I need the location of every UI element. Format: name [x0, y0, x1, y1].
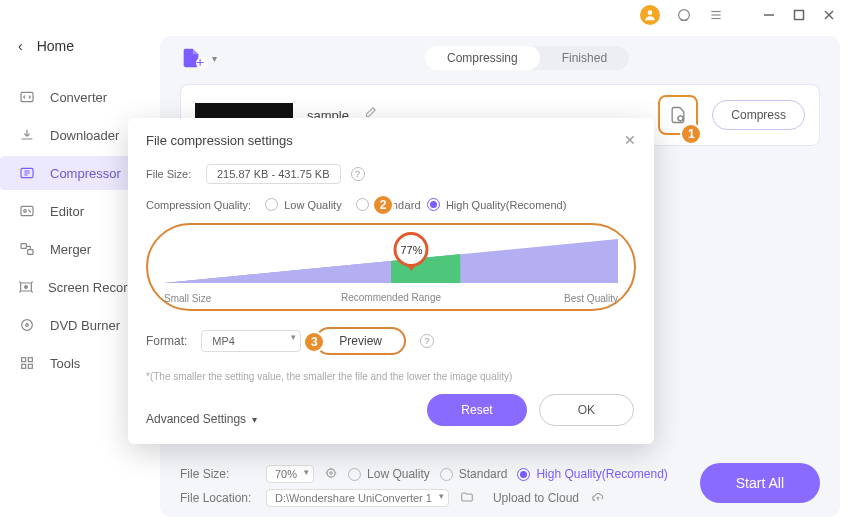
screen-recorder-icon — [18, 279, 34, 295]
bottom-location-label: File Location: — [180, 491, 256, 505]
svg-point-16 — [25, 286, 28, 289]
maximize-button[interactable] — [792, 8, 806, 22]
svg-point-0 — [648, 10, 653, 15]
file-settings-button[interactable]: 1 — [658, 95, 698, 135]
svg-rect-6 — [795, 11, 804, 20]
hint-text: *(The smaller the setting value, the sma… — [146, 371, 636, 382]
format-select[interactable]: MP4 — [201, 330, 301, 352]
start-all-button[interactable]: Start All — [700, 463, 820, 503]
quality-low[interactable]: Low Quality — [265, 198, 341, 211]
compress-button[interactable]: Compress — [712, 100, 805, 130]
bottom-quality-high[interactable]: High Quality(Recomend) — [517, 467, 667, 481]
file-size-label: File Size: — [146, 168, 196, 180]
svg-rect-11 — [21, 206, 33, 215]
info-icon[interactable]: ? — [420, 334, 434, 348]
sidebar-item-label: Editor — [50, 204, 84, 219]
svg-point-24 — [327, 468, 335, 476]
svg-marker-30 — [164, 261, 391, 283]
quality-high[interactable]: High Quality(Recomend) — [427, 198, 566, 211]
slider-thumb[interactable]: 77% — [394, 232, 429, 267]
minimize-button[interactable] — [762, 8, 776, 22]
topbar: + ▾ Compressing Finished — [160, 36, 840, 80]
cloud-icon[interactable] — [589, 490, 607, 507]
svg-rect-20 — [28, 358, 32, 362]
svg-rect-19 — [22, 358, 26, 362]
chevron-down-icon: ▾ — [252, 414, 257, 425]
home-label: Home — [37, 38, 74, 54]
quality-slider[interactable]: 77% Small Size Best Quality Recommended … — [146, 223, 636, 311]
bottom-quality-low[interactable]: Low Quality — [348, 467, 430, 481]
tab-compressing[interactable]: Compressing — [425, 46, 540, 70]
back-home[interactable]: ‹ Home — [0, 30, 152, 62]
editor-icon — [18, 203, 36, 219]
sidebar-item-label: DVD Burner — [50, 318, 120, 333]
bottom-quality-standard[interactable]: Standard — [440, 467, 508, 481]
tab-finished[interactable]: Finished — [540, 46, 629, 70]
sidebar-item-label: Downloader — [50, 128, 119, 143]
svg-rect-22 — [28, 364, 32, 368]
svg-rect-21 — [22, 364, 26, 368]
sidebar-item-label: Compressor — [50, 166, 121, 181]
window-titlebar — [626, 0, 850, 30]
compressor-icon — [18, 165, 36, 181]
converter-icon — [18, 89, 36, 105]
target-icon[interactable] — [324, 466, 338, 483]
close-button[interactable] — [822, 8, 836, 22]
user-avatar[interactable] — [640, 5, 660, 25]
chevron-down-icon: ▾ — [212, 53, 217, 64]
tools-icon — [18, 355, 36, 371]
svg-rect-9 — [21, 92, 33, 101]
tabs: Compressing Finished — [425, 46, 629, 70]
downloader-icon — [18, 127, 36, 143]
preview-button[interactable]: Preview — [315, 327, 406, 355]
svg-rect-14 — [28, 250, 33, 255]
modal-close-button[interactable]: ✕ — [624, 132, 636, 148]
svg-point-18 — [26, 324, 29, 327]
sidebar-item-label: Tools — [50, 356, 80, 371]
reset-button[interactable]: Reset — [427, 394, 526, 426]
support-icon[interactable] — [676, 7, 692, 23]
compression-settings-modal: File compression settings ✕ File Size: 2… — [128, 118, 654, 444]
chevron-left-icon: ‹ — [18, 38, 23, 54]
ok-button[interactable]: OK — [539, 394, 634, 426]
open-folder-icon[interactable] — [459, 490, 475, 507]
file-size-value[interactable]: 215.87 KB - 431.75 KB — [206, 164, 341, 184]
step-badge-1: 1 — [680, 123, 702, 145]
merger-icon — [18, 241, 36, 257]
dvd-burner-icon — [18, 317, 36, 333]
info-icon[interactable]: ? — [351, 167, 365, 181]
svg-point-12 — [24, 210, 27, 213]
svg-point-25 — [330, 471, 332, 473]
svg-point-1 — [679, 10, 690, 21]
quality-label: Compression Quality: — [146, 199, 251, 211]
bottom-file-size-select[interactable]: 70% — [266, 465, 314, 483]
svg-point-23 — [678, 116, 683, 121]
upload-cloud-label: Upload to Cloud — [493, 491, 579, 505]
sidebar-item-label: Converter — [50, 90, 107, 105]
bottom-file-size-label: File Size: — [180, 467, 256, 481]
menu-icon[interactable] — [708, 7, 724, 23]
step-badge-2: 2 — [372, 194, 394, 216]
modal-title: File compression settings — [146, 133, 293, 148]
format-label: Format: — [146, 334, 187, 348]
sidebar-item-label: Merger — [50, 242, 91, 257]
svg-rect-13 — [21, 244, 26, 249]
sidebar-item-converter[interactable]: Converter — [0, 80, 152, 114]
bottom-location-select[interactable]: D:\Wondershare UniConverter 1 — [266, 489, 449, 507]
add-file-button[interactable]: + ▾ — [180, 47, 217, 69]
svg-point-17 — [22, 320, 33, 331]
